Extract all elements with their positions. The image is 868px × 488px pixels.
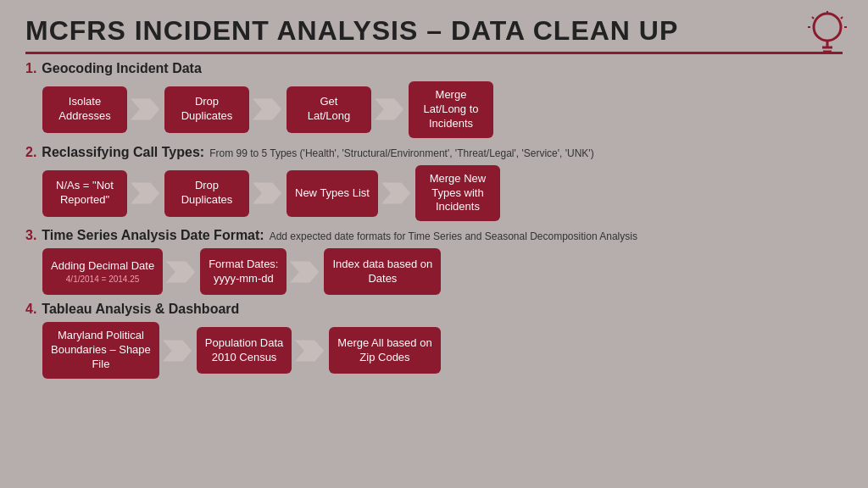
section-3: 3.Time Series Analysis Date Format:Add e… (25, 228, 843, 295)
flow-row-4: Maryland Political Boundaries – Shape Fi… (42, 322, 843, 379)
flow-box-1-2: Drop Duplicates (164, 86, 249, 133)
flow-box-4-2: Population Data 2010 Census (197, 327, 292, 374)
svg-marker-16 (290, 261, 319, 282)
svg-marker-10 (253, 99, 281, 120)
section-header-1: 1.Geocoding Incident Data (25, 61, 843, 76)
flow-box-1-3: Get Lat/Long (287, 86, 371, 133)
flow-box-4-3: Merge All based on Zip Codes (329, 327, 440, 374)
svg-line-6 (841, 17, 843, 19)
arrow-2-3 (381, 178, 412, 208)
lightbulb-icon (807, 10, 848, 51)
flow-row-1: Isolate Addresses Drop Duplicates Get La… (42, 81, 843, 138)
flow-box-1-1: Isolate Addresses (42, 86, 127, 133)
flow-box-2-2: Drop Duplicates (164, 170, 249, 217)
section-2: 2.Reclassifying Call Types:From 99 to 5 … (25, 145, 843, 222)
section-header-2: 2.Reclassifying Call Types:From 99 to 5 … (25, 145, 843, 160)
section-header-4: 4.Tableau Analysis & Dashboard (25, 302, 843, 317)
section-header-3: 3.Time Series Analysis Date Format:Add e… (25, 228, 843, 243)
svg-marker-11 (375, 99, 403, 120)
section-subtitle-3: Add expected date formats for Time Serie… (270, 230, 637, 242)
main-title: MCFRS INCIDENT ANALYSIS – DATA CLEAN UP (25, 15, 678, 47)
flow-box-label-3-1: Adding Decimal Date (51, 259, 154, 274)
svg-marker-9 (131, 99, 159, 120)
svg-marker-18 (295, 340, 324, 361)
arrow-2-2 (253, 178, 283, 208)
svg-marker-17 (163, 340, 192, 361)
svg-marker-12 (131, 182, 159, 203)
flow-box-4-1: Maryland Political Boundaries – Shape Fi… (42, 322, 159, 379)
svg-marker-13 (253, 182, 281, 203)
flow-box-2-1: N/As = "Not Reported" (42, 170, 127, 217)
arrow-1-3 (375, 94, 405, 125)
arrow-4-1 (163, 336, 193, 366)
flow-box-3-3: Index data based on Dates (324, 248, 441, 295)
title-section: MCFRS INCIDENT ANALYSIS – DATA CLEAN UP (25, 15, 843, 47)
section-subtitle-2: From 99 to 5 Types ('Health', 'Structura… (209, 147, 594, 159)
section-title-1: Geocoding Incident Data (42, 61, 201, 76)
arrow-3-1 (166, 257, 197, 287)
flow-row-3: Adding Decimal Date4/1/2014 = 2014.25 Fo… (42, 248, 843, 295)
svg-point-0 (814, 14, 841, 41)
flow-row-2: N/As = "Not Reported" Drop Duplicates Ne… (42, 165, 843, 222)
svg-line-5 (812, 17, 814, 19)
flow-box-3-1: Adding Decimal Date4/1/2014 = 2014.25 (42, 248, 163, 295)
section-title-4: Tableau Analysis & Dashboard (42, 302, 239, 317)
section-1: 1.Geocoding Incident DataIsolate Address… (25, 61, 843, 138)
svg-marker-14 (381, 182, 410, 203)
arrow-1-2 (253, 94, 283, 125)
flow-box-2-4: Merge New Types with Incidents (415, 165, 500, 222)
section-number-4: 4. (25, 302, 36, 317)
arrow-3-2 (290, 257, 320, 287)
title-underline (25, 52, 843, 54)
arrow-4-2 (295, 336, 326, 366)
section-title-3: Time Series Analysis Date Format: (42, 228, 264, 243)
section-number-3: 3. (25, 228, 36, 243)
section-title-2: Reclassifying Call Types: (42, 145, 204, 160)
sections-container: 1.Geocoding Incident DataIsolate Address… (25, 61, 843, 379)
page-container: MCFRS INCIDENT ANALYSIS – DATA CLEAN UP … (0, 0, 868, 488)
section-4: 4.Tableau Analysis & DashboardMaryland P… (25, 302, 843, 379)
flow-box-sublabel-3-1: 4/1/2014 = 2014.25 (66, 274, 139, 285)
section-number-1: 1. (25, 61, 36, 76)
arrow-2-1 (131, 178, 161, 208)
section-number-2: 2. (25, 145, 36, 160)
flow-box-1-4: Merge Lat/Long to Incidents (409, 81, 493, 138)
flow-box-3-2: Format Dates: yyyy-mm-dd (200, 248, 287, 295)
arrow-1-1 (131, 94, 161, 125)
svg-marker-15 (166, 261, 195, 282)
flow-box-2-3: New Types List (287, 170, 378, 217)
